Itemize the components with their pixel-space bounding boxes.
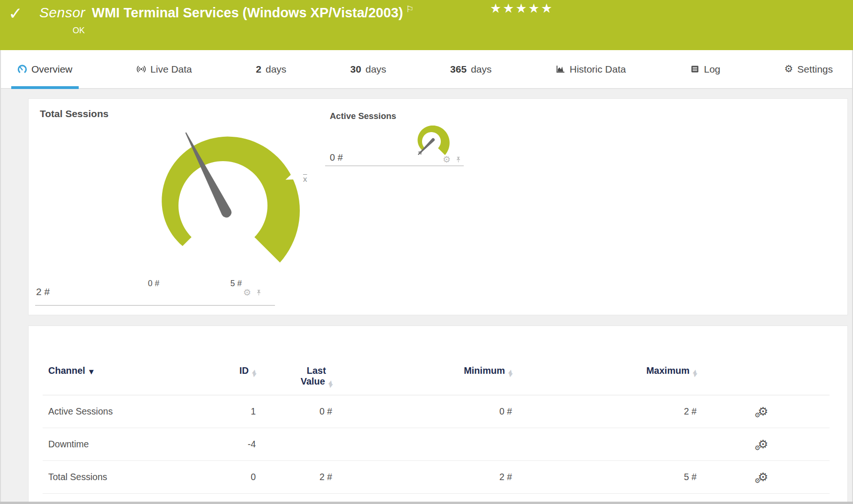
tab-label: Overview bbox=[31, 64, 73, 75]
channel-settings-gears-icon[interactable]: ⚙⚙ bbox=[758, 438, 768, 451]
active-sessions-current-value: 0 # bbox=[330, 152, 343, 163]
status-badge: OK bbox=[73, 26, 85, 36]
tab-365-days[interactable]: 365 days bbox=[444, 50, 497, 88]
cell-last-value: 2 # bbox=[256, 472, 332, 482]
cell-id: 0 bbox=[160, 472, 256, 482]
column-header-channel[interactable]: Channel▼ bbox=[43, 365, 160, 376]
tab-2-days[interactable]: 2 days bbox=[250, 50, 292, 88]
live-data-icon bbox=[136, 64, 146, 74]
status-ok-check-icon: ✓ bbox=[8, 4, 22, 23]
gauge-block-underline bbox=[325, 165, 464, 166]
sort-icons: ▲▼ bbox=[508, 369, 512, 377]
cell-maximum: 5 # bbox=[512, 472, 697, 482]
flag-icon[interactable]: ⚐ bbox=[406, 4, 414, 14]
tab-label: Settings bbox=[797, 64, 833, 75]
table-row-downtime: Downtime -4 ⚙⚙ bbox=[43, 428, 830, 461]
tab-label: Log bbox=[704, 64, 720, 75]
channel-settings-gears-icon[interactable]: ⚙⚙ bbox=[758, 471, 768, 483]
tab-number: 365 bbox=[450, 64, 467, 75]
table-header-row: Channel▼ ID▲▼ Last Value▲▼ Minimum▲▼ Max… bbox=[43, 326, 830, 395]
sensor-title: WMI Terminal Services (Windows XP/Vista/… bbox=[92, 5, 403, 20]
tab-bar: Overview Live Data 2 days 30 days 365 da… bbox=[0, 50, 853, 89]
window-left-edge bbox=[0, 50, 1, 504]
channel-name-link[interactable]: Active Sessions bbox=[43, 406, 160, 417]
object-kind-label: Sensor bbox=[39, 5, 85, 20]
tab-settings[interactable]: ⚙ Settings bbox=[778, 50, 839, 88]
channels-table: Channel▼ ID▲▼ Last Value▲▼ Minimum▲▼ Max… bbox=[43, 326, 830, 494]
cell-minimum: 0 # bbox=[332, 406, 512, 417]
prtg-sensor-window: ✓ SensorWMI Terminal Services (Windows X… bbox=[0, 0, 853, 504]
total-sessions-current-value: 2 # bbox=[36, 286, 50, 297]
sort-icons: ▲▼ bbox=[693, 369, 697, 377]
total-sessions-gauge bbox=[127, 117, 324, 276]
gauges-panel: Total Sessions x 0 # 5 # 2 # ⚙ Active Se… bbox=[28, 98, 848, 315]
tab-historic-data[interactable]: Historic Data bbox=[549, 50, 632, 88]
average-marker-label: x bbox=[303, 175, 307, 184]
channel-settings-gear-icon[interactable]: ⚙ bbox=[443, 155, 451, 164]
cell-id: -4 bbox=[160, 439, 256, 450]
tab-number: 30 bbox=[350, 64, 361, 75]
gauge-min-label: 0 # bbox=[137, 279, 170, 289]
channels-table-panel: Channel▼ ID▲▼ Last Value▲▼ Minimum▲▼ Max… bbox=[28, 326, 848, 502]
gauge-icon bbox=[17, 64, 27, 74]
active-tab-underline bbox=[11, 86, 79, 89]
tab-live-data[interactable]: Live Data bbox=[130, 50, 198, 88]
column-header-maximum[interactable]: Maximum▲▼ bbox=[512, 365, 697, 377]
sort-desc-icon: ▼ bbox=[89, 368, 94, 375]
gear-icon: ⚙ bbox=[784, 64, 793, 74]
tab-overview[interactable]: Overview bbox=[11, 50, 79, 88]
column-header-last-value[interactable]: Last Value▲▼ bbox=[256, 365, 332, 387]
window-bottom-edge bbox=[0, 502, 853, 504]
column-header-minimum[interactable]: Minimum▲▼ bbox=[332, 365, 512, 377]
tab-label: Live Data bbox=[150, 64, 192, 75]
column-label: Minimum bbox=[464, 365, 505, 376]
channel-name-link[interactable]: Downtime bbox=[43, 439, 160, 450]
cell-id: 1 bbox=[160, 406, 256, 417]
sort-icons: ▲▼ bbox=[328, 380, 332, 387]
gauge-title-total-sessions: Total Sessions bbox=[40, 108, 109, 119]
tab-label: days bbox=[471, 64, 491, 75]
channel-settings-gears-icon[interactable]: ⚙⚙ bbox=[758, 406, 768, 418]
cell-last-value: 0 # bbox=[256, 406, 332, 417]
cell-maximum: 2 # bbox=[512, 406, 697, 417]
channel-name-link[interactable]: Total Sessions bbox=[43, 472, 160, 482]
table-row-active-sessions: Active Sessions 1 0 # 0 # 2 # ⚙⚙ bbox=[43, 395, 830, 428]
sensor-status-header: ✓ SensorWMI Terminal Services (Windows X… bbox=[0, 0, 853, 50]
column-label: Value bbox=[301, 376, 325, 386]
column-label: Maximum bbox=[646, 365, 690, 376]
cell-minimum: 2 # bbox=[332, 472, 512, 482]
area-chart-icon bbox=[556, 64, 565, 74]
tab-number: 2 bbox=[256, 64, 261, 75]
column-label: Last bbox=[307, 365, 326, 376]
pin-icon[interactable] bbox=[455, 156, 462, 163]
tab-label: days bbox=[365, 64, 386, 75]
column-label: ID bbox=[239, 365, 249, 376]
gauge-title-active-sessions: Active Sessions bbox=[330, 111, 396, 121]
log-icon bbox=[690, 64, 700, 74]
tab-30-days[interactable]: 30 days bbox=[344, 50, 393, 88]
table-row-total-sessions: Total Sessions 0 2 # 2 # 5 # ⚙⚙ bbox=[43, 461, 830, 494]
tab-log[interactable]: Log bbox=[684, 50, 727, 88]
tab-label: days bbox=[266, 64, 286, 75]
gauge-block-underline bbox=[35, 305, 275, 306]
channel-settings-gear-icon[interactable]: ⚙ bbox=[243, 288, 251, 297]
pin-icon[interactable] bbox=[255, 289, 262, 296]
sort-icons: ▲▼ bbox=[252, 369, 256, 377]
tab-label: Historic Data bbox=[570, 64, 626, 75]
column-label: Channel bbox=[48, 365, 85, 376]
column-header-id[interactable]: ID▲▼ bbox=[160, 365, 256, 377]
priority-stars[interactable]: ★★★★★ bbox=[490, 1, 554, 15]
